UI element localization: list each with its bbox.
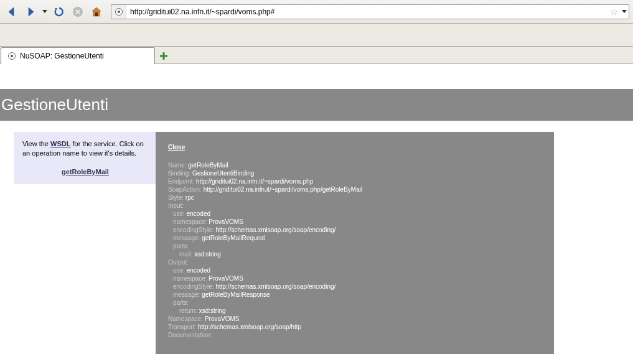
output-part1-value: xsd:string — [199, 307, 226, 314]
page-content: GestioneUtenti View the WSDL for the ser… — [0, 89, 633, 364]
tab-active[interactable]: NuSOAP: GestioneUtenti — [1, 47, 155, 64]
back-button[interactable] — [4, 4, 20, 20]
url-dropdown[interactable] — [620, 10, 629, 13]
input-msg-value: getRoleByMailRequest — [202, 235, 265, 241]
binding-label: Binding: — [168, 170, 192, 177]
input-part1-label: mail: — [179, 251, 194, 258]
output-msg-label: message: — [173, 291, 202, 298]
tab-favicon-icon — [7, 52, 16, 60]
documentation-label: Documentation: — [168, 332, 212, 338]
stop-button[interactable] — [70, 4, 86, 20]
favicon-icon — [115, 8, 123, 16]
operation-link[interactable]: getRoleByMail — [62, 168, 109, 175]
history-dropdown[interactable] — [41, 10, 49, 13]
detail-body: Name: getRoleByMail Binding: GestioneUte… — [168, 161, 542, 339]
input-ns-label: namespace: — [173, 218, 209, 225]
binding-value: GestioneUtentiBinding — [192, 170, 255, 177]
endpoint-label: Endpoint: — [168, 178, 196, 185]
name-value: getRoleByMail — [188, 162, 228, 169]
bookmarks-bar — [0, 24, 633, 47]
browser-toolbar: ☆ — [0, 0, 633, 24]
home-button[interactable] — [88, 4, 105, 20]
detail-panel: Close Name: getRoleByMail Binding: Gesti… — [156, 132, 554, 354]
output-ns-value: ProvaVOMS — [209, 275, 243, 282]
namespace-value: ProvaVOMS — [205, 315, 240, 322]
main-row: View the WSDL for the service. Click on … — [0, 132, 633, 354]
output-parts-label: parts: — [173, 299, 189, 306]
style-label: Style: — [168, 194, 185, 201]
tab-title: NuSOAP: GestioneUtenti — [20, 52, 104, 60]
input-msg-label: message: — [173, 235, 202, 241]
output-enc-value: http://schemas.xmlsoap.org/soap/encoding… — [215, 283, 335, 290]
wsdl-link[interactable]: WSDL — [50, 140, 70, 147]
new-tab-button[interactable] — [155, 49, 172, 63]
info-panel: View the WSDL for the service. Click on … — [14, 132, 157, 184]
soapaction-value: http://griditui02.na.infn.it/~spardi/vom… — [204, 186, 362, 193]
output-enc-label: encodingStyle: — [173, 283, 215, 290]
tab-strip: NuSOAP: GestioneUtenti — [0, 47, 633, 64]
input-use-label: use: — [173, 210, 187, 217]
transport-value: http://schemas.xmlsoap.org/soap/http — [198, 324, 301, 330]
transport-label: Transport: — [168, 324, 198, 330]
output-use-value: encoded — [187, 267, 210, 274]
style-value: rpc — [185, 194, 194, 201]
forward-button[interactable] — [22, 4, 39, 20]
reload-button[interactable] — [51, 4, 67, 20]
input-label: Input: — [168, 202, 184, 209]
bookmark-star-icon[interactable]: ☆ — [607, 7, 620, 17]
soapaction-label: SoapAction: — [168, 186, 204, 193]
output-ns-label: namespace: — [173, 275, 209, 282]
svg-rect-1 — [95, 12, 98, 16]
output-use-label: use: — [173, 267, 187, 274]
info-text-prefix: View the — [22, 140, 50, 147]
input-part1-value: xsd:string — [194, 251, 221, 258]
input-use-value: encoded — [187, 210, 210, 217]
close-link[interactable]: Close — [168, 144, 185, 151]
output-msg-value: getRoleByMailResponse — [202, 291, 270, 298]
input-enc-value: http://schemas.xmlsoap.org/soap/encoding… — [215, 226, 335, 233]
site-identity-button[interactable] — [111, 5, 126, 19]
input-parts-label: parts: — [173, 243, 189, 250]
url-bar: ☆ — [111, 4, 629, 19]
namespace-label: Namespace: — [168, 315, 205, 322]
output-label: Output: — [168, 259, 189, 266]
page-title: GestioneUtenti — [0, 89, 633, 121]
input-enc-label: encodingStyle: — [173, 226, 215, 233]
output-part1-label: return: — [179, 307, 199, 314]
url-input[interactable] — [126, 5, 607, 19]
endpoint-value: http://griditui02.na.infn.it/~spardi/vom… — [196, 178, 313, 185]
input-ns-value: ProvaVOMS — [209, 218, 243, 225]
name-label: Name: — [168, 162, 188, 169]
